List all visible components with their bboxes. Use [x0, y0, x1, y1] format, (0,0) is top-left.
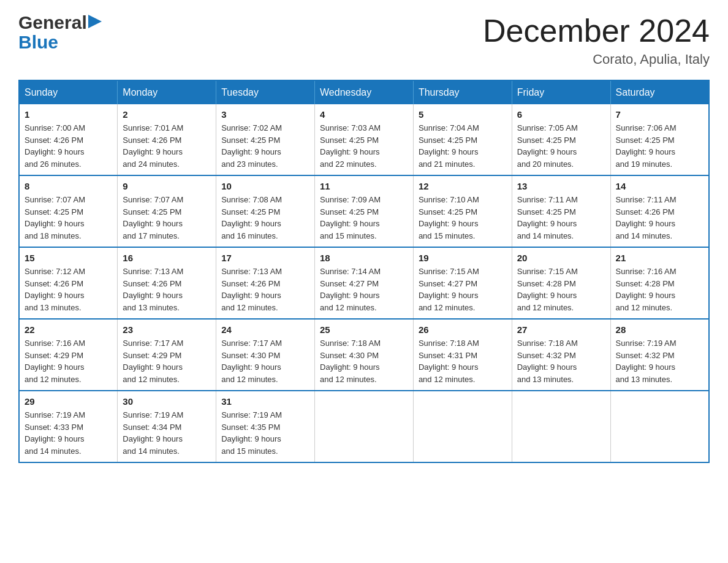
day-number: 19: [419, 253, 507, 263]
calendar-cell: 8Sunrise: 7:07 AMSunset: 4:25 PMDaylight…: [19, 175, 118, 247]
day-info: Sunrise: 7:17 AMSunset: 4:29 PMDaylight:…: [123, 337, 211, 385]
calendar-cell: 12Sunrise: 7:10 AMSunset: 4:25 PMDayligh…: [413, 175, 512, 247]
calendar-cell: [610, 391, 709, 462]
day-info: Sunrise: 7:12 AMSunset: 4:26 PMDaylight:…: [25, 266, 112, 313]
day-number: 20: [517, 253, 605, 263]
calendar-cell: 30Sunrise: 7:19 AMSunset: 4:34 PMDayligh…: [118, 391, 216, 462]
day-number: 17: [221, 253, 309, 263]
svg-marker-0: [88, 15, 102, 28]
page-header: General Blue December 2024 Corato, Apuli…: [18, 12, 710, 67]
calendar-header-sunday: Sunday: [19, 80, 118, 104]
day-number: 16: [123, 253, 211, 263]
logo: General Blue: [18, 12, 102, 53]
day-number: 13: [517, 181, 605, 191]
day-info: Sunrise: 7:19 AMSunset: 4:35 PMDaylight:…: [221, 409, 309, 457]
day-info: Sunrise: 7:02 AMSunset: 4:25 PMDaylight:…: [221, 122, 309, 170]
calendar-cell: 17Sunrise: 7:13 AMSunset: 4:26 PMDayligh…: [216, 247, 315, 319]
location-text: Corato, Apulia, Italy: [483, 52, 710, 67]
day-number: 23: [123, 324, 211, 335]
day-number: 8: [25, 181, 112, 191]
calendar-header-row: SundayMondayTuesdayWednesdayThursdayFrid…: [19, 80, 709, 104]
calendar-cell: 10Sunrise: 7:08 AMSunset: 4:25 PMDayligh…: [216, 175, 315, 247]
logo-blue: Blue: [18, 32, 58, 53]
calendar-cell: [413, 391, 512, 462]
day-info: Sunrise: 7:13 AMSunset: 4:26 PMDaylight:…: [221, 266, 309, 313]
calendar-header-thursday: Thursday: [413, 80, 512, 104]
calendar-week-row: 29Sunrise: 7:19 AMSunset: 4:33 PMDayligh…: [19, 391, 709, 462]
calendar-cell: 27Sunrise: 7:18 AMSunset: 4:32 PMDayligh…: [512, 319, 610, 391]
day-number: 28: [616, 324, 703, 335]
day-number: 29: [25, 396, 112, 407]
day-info: Sunrise: 7:09 AMSunset: 4:25 PMDaylight:…: [320, 194, 408, 242]
day-info: Sunrise: 7:19 AMSunset: 4:34 PMDaylight:…: [123, 409, 211, 457]
day-number: 5: [419, 109, 507, 120]
calendar-cell: 23Sunrise: 7:17 AMSunset: 4:29 PMDayligh…: [118, 319, 216, 391]
day-info: Sunrise: 7:17 AMSunset: 4:30 PMDaylight:…: [221, 337, 309, 385]
calendar-cell: 11Sunrise: 7:09 AMSunset: 4:25 PMDayligh…: [315, 175, 414, 247]
day-number: 24: [221, 324, 309, 335]
calendar-cell: 16Sunrise: 7:13 AMSunset: 4:26 PMDayligh…: [118, 247, 216, 319]
day-number: 2: [123, 109, 211, 120]
logo-general: General: [18, 12, 87, 33]
calendar-cell: 21Sunrise: 7:16 AMSunset: 4:28 PMDayligh…: [610, 247, 709, 319]
calendar-cell: 19Sunrise: 7:15 AMSunset: 4:27 PMDayligh…: [413, 247, 512, 319]
day-number: 14: [616, 181, 703, 191]
day-info: Sunrise: 7:10 AMSunset: 4:25 PMDaylight:…: [419, 194, 507, 242]
calendar-week-row: 1Sunrise: 7:00 AMSunset: 4:26 PMDaylight…: [19, 104, 709, 175]
calendar-cell: 31Sunrise: 7:19 AMSunset: 4:35 PMDayligh…: [216, 391, 315, 462]
day-info: Sunrise: 7:19 AMSunset: 4:32 PMDaylight:…: [616, 337, 703, 385]
calendar-cell: 26Sunrise: 7:18 AMSunset: 4:31 PMDayligh…: [413, 319, 512, 391]
day-number: 22: [25, 324, 112, 335]
day-number: 4: [320, 109, 408, 120]
day-info: Sunrise: 7:06 AMSunset: 4:25 PMDaylight:…: [616, 122, 703, 170]
calendar-cell: 15Sunrise: 7:12 AMSunset: 4:26 PMDayligh…: [19, 247, 118, 319]
calendar-cell: 7Sunrise: 7:06 AMSunset: 4:25 PMDaylight…: [610, 104, 709, 175]
calendar-cell: [512, 391, 610, 462]
title-area: December 2024 Corato, Apulia, Italy: [483, 12, 710, 67]
day-info: Sunrise: 7:05 AMSunset: 4:25 PMDaylight:…: [517, 122, 605, 170]
logo-triangle-icon: [88, 15, 102, 28]
calendar-header-saturday: Saturday: [610, 80, 709, 104]
month-title: December 2024: [483, 12, 710, 49]
calendar-cell: 28Sunrise: 7:19 AMSunset: 4:32 PMDayligh…: [610, 319, 709, 391]
day-info: Sunrise: 7:16 AMSunset: 4:28 PMDaylight:…: [616, 266, 703, 313]
calendar-cell: 2Sunrise: 7:01 AMSunset: 4:26 PMDaylight…: [118, 104, 216, 175]
day-info: Sunrise: 7:08 AMSunset: 4:25 PMDaylight:…: [221, 194, 309, 242]
calendar-cell: 6Sunrise: 7:05 AMSunset: 4:25 PMDaylight…: [512, 104, 610, 175]
day-number: 6: [517, 109, 605, 120]
calendar-week-row: 15Sunrise: 7:12 AMSunset: 4:26 PMDayligh…: [19, 247, 709, 319]
calendar-cell: 29Sunrise: 7:19 AMSunset: 4:33 PMDayligh…: [19, 391, 118, 462]
day-info: Sunrise: 7:16 AMSunset: 4:29 PMDaylight:…: [25, 337, 112, 385]
day-number: 18: [320, 253, 408, 263]
day-info: Sunrise: 7:18 AMSunset: 4:32 PMDaylight:…: [517, 337, 605, 385]
day-number: 11: [320, 181, 408, 191]
calendar-table: SundayMondayTuesdayWednesdayThursdayFrid…: [18, 80, 710, 463]
calendar-header-friday: Friday: [512, 80, 610, 104]
day-info: Sunrise: 7:11 AMSunset: 4:25 PMDaylight:…: [517, 194, 605, 242]
day-info: Sunrise: 7:13 AMSunset: 4:26 PMDaylight:…: [123, 266, 211, 313]
calendar-cell: 3Sunrise: 7:02 AMSunset: 4:25 PMDaylight…: [216, 104, 315, 175]
day-number: 25: [320, 324, 408, 335]
day-number: 1: [25, 109, 112, 120]
day-info: Sunrise: 7:07 AMSunset: 4:25 PMDaylight:…: [25, 194, 112, 242]
day-number: 15: [25, 253, 112, 263]
calendar-cell: 18Sunrise: 7:14 AMSunset: 4:27 PMDayligh…: [315, 247, 414, 319]
day-info: Sunrise: 7:15 AMSunset: 4:28 PMDaylight:…: [517, 266, 605, 313]
calendar-cell: 4Sunrise: 7:03 AMSunset: 4:25 PMDaylight…: [315, 104, 414, 175]
calendar-cell: 24Sunrise: 7:17 AMSunset: 4:30 PMDayligh…: [216, 319, 315, 391]
calendar-week-row: 8Sunrise: 7:07 AMSunset: 4:25 PMDaylight…: [19, 175, 709, 247]
day-number: 30: [123, 396, 211, 407]
calendar-cell: 13Sunrise: 7:11 AMSunset: 4:25 PMDayligh…: [512, 175, 610, 247]
day-info: Sunrise: 7:14 AMSunset: 4:27 PMDaylight:…: [320, 266, 408, 313]
day-info: Sunrise: 7:00 AMSunset: 4:26 PMDaylight:…: [25, 122, 112, 170]
calendar-cell: 25Sunrise: 7:18 AMSunset: 4:30 PMDayligh…: [315, 319, 414, 391]
calendar-header-tuesday: Tuesday: [216, 80, 315, 104]
day-info: Sunrise: 7:11 AMSunset: 4:26 PMDaylight:…: [616, 194, 703, 242]
day-number: 31: [221, 396, 309, 407]
day-number: 26: [419, 324, 507, 335]
day-info: Sunrise: 7:04 AMSunset: 4:25 PMDaylight:…: [419, 122, 507, 170]
day-number: 12: [419, 181, 507, 191]
calendar-cell: 9Sunrise: 7:07 AMSunset: 4:25 PMDaylight…: [118, 175, 216, 247]
day-info: Sunrise: 7:18 AMSunset: 4:31 PMDaylight:…: [419, 337, 507, 385]
day-info: Sunrise: 7:18 AMSunset: 4:30 PMDaylight:…: [320, 337, 408, 385]
